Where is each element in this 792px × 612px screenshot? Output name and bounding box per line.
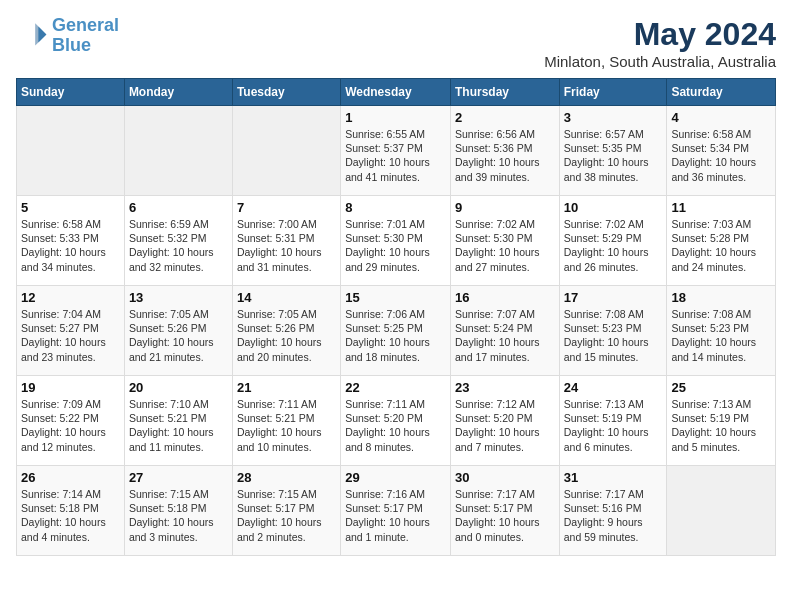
day-info: Sunrise: 7:05 AM Sunset: 5:26 PM Dayligh… — [129, 307, 228, 364]
day-info: Sunrise: 7:10 AM Sunset: 5:21 PM Dayligh… — [129, 397, 228, 454]
day-number: 21 — [237, 380, 336, 395]
calendar-cell: 27Sunrise: 7:15 AM Sunset: 5:18 PM Dayli… — [124, 466, 232, 556]
calendar-cell: 9Sunrise: 7:02 AM Sunset: 5:30 PM Daylig… — [450, 196, 559, 286]
calendar-cell — [667, 466, 776, 556]
title-block: May 2024 Minlaton, South Australia, Aust… — [544, 16, 776, 70]
svg-marker-1 — [35, 23, 46, 45]
day-number: 14 — [237, 290, 336, 305]
subtitle: Minlaton, South Australia, Australia — [544, 53, 776, 70]
day-number: 13 — [129, 290, 228, 305]
calendar-cell — [17, 106, 125, 196]
day-info: Sunrise: 6:58 AM Sunset: 5:34 PM Dayligh… — [671, 127, 771, 184]
day-number: 8 — [345, 200, 446, 215]
logo-text: General Blue — [52, 16, 119, 56]
calendar-cell: 20Sunrise: 7:10 AM Sunset: 5:21 PM Dayli… — [124, 376, 232, 466]
day-info: Sunrise: 7:15 AM Sunset: 5:17 PM Dayligh… — [237, 487, 336, 544]
day-number: 19 — [21, 380, 120, 395]
day-number: 23 — [455, 380, 555, 395]
day-info: Sunrise: 7:08 AM Sunset: 5:23 PM Dayligh… — [671, 307, 771, 364]
day-number: 4 — [671, 110, 771, 125]
calendar-cell: 4Sunrise: 6:58 AM Sunset: 5:34 PM Daylig… — [667, 106, 776, 196]
day-number: 11 — [671, 200, 771, 215]
main-title: May 2024 — [544, 16, 776, 53]
calendar-table: SundayMondayTuesdayWednesdayThursdayFrid… — [16, 78, 776, 556]
calendar-week-row: 19Sunrise: 7:09 AM Sunset: 5:22 PM Dayli… — [17, 376, 776, 466]
calendar-cell: 10Sunrise: 7:02 AM Sunset: 5:29 PM Dayli… — [559, 196, 667, 286]
calendar-cell: 18Sunrise: 7:08 AM Sunset: 5:23 PM Dayli… — [667, 286, 776, 376]
calendar-cell: 3Sunrise: 6:57 AM Sunset: 5:35 PM Daylig… — [559, 106, 667, 196]
page-header: General Blue May 2024 Minlaton, South Au… — [16, 16, 776, 70]
calendar-cell: 15Sunrise: 7:06 AM Sunset: 5:25 PM Dayli… — [341, 286, 451, 376]
day-info: Sunrise: 7:17 AM Sunset: 5:17 PM Dayligh… — [455, 487, 555, 544]
calendar-cell: 23Sunrise: 7:12 AM Sunset: 5:20 PM Dayli… — [450, 376, 559, 466]
day-number: 15 — [345, 290, 446, 305]
day-info: Sunrise: 6:59 AM Sunset: 5:32 PM Dayligh… — [129, 217, 228, 274]
calendar-week-row: 26Sunrise: 7:14 AM Sunset: 5:18 PM Dayli… — [17, 466, 776, 556]
calendar-cell: 1Sunrise: 6:55 AM Sunset: 5:37 PM Daylig… — [341, 106, 451, 196]
weekday-header: Saturday — [667, 79, 776, 106]
day-number: 2 — [455, 110, 555, 125]
calendar-cell: 14Sunrise: 7:05 AM Sunset: 5:26 PM Dayli… — [232, 286, 340, 376]
calendar-cell: 22Sunrise: 7:11 AM Sunset: 5:20 PM Dayli… — [341, 376, 451, 466]
day-number: 20 — [129, 380, 228, 395]
calendar-cell: 25Sunrise: 7:13 AM Sunset: 5:19 PM Dayli… — [667, 376, 776, 466]
day-info: Sunrise: 7:03 AM Sunset: 5:28 PM Dayligh… — [671, 217, 771, 274]
day-number: 25 — [671, 380, 771, 395]
calendar-week-row: 12Sunrise: 7:04 AM Sunset: 5:27 PM Dayli… — [17, 286, 776, 376]
day-info: Sunrise: 7:01 AM Sunset: 5:30 PM Dayligh… — [345, 217, 446, 274]
day-number: 9 — [455, 200, 555, 215]
calendar-cell: 30Sunrise: 7:17 AM Sunset: 5:17 PM Dayli… — [450, 466, 559, 556]
logo-blue: Blue — [52, 35, 91, 55]
day-info: Sunrise: 7:11 AM Sunset: 5:21 PM Dayligh… — [237, 397, 336, 454]
day-number: 26 — [21, 470, 120, 485]
calendar-cell — [124, 106, 232, 196]
day-number: 31 — [564, 470, 663, 485]
day-info: Sunrise: 7:15 AM Sunset: 5:18 PM Dayligh… — [129, 487, 228, 544]
day-info: Sunrise: 7:12 AM Sunset: 5:20 PM Dayligh… — [455, 397, 555, 454]
calendar-cell: 6Sunrise: 6:59 AM Sunset: 5:32 PM Daylig… — [124, 196, 232, 286]
day-number: 17 — [564, 290, 663, 305]
calendar-week-row: 5Sunrise: 6:58 AM Sunset: 5:33 PM Daylig… — [17, 196, 776, 286]
weekday-header-row: SundayMondayTuesdayWednesdayThursdayFrid… — [17, 79, 776, 106]
calendar-cell: 24Sunrise: 7:13 AM Sunset: 5:19 PM Dayli… — [559, 376, 667, 466]
weekday-header: Monday — [124, 79, 232, 106]
day-number: 12 — [21, 290, 120, 305]
day-info: Sunrise: 7:09 AM Sunset: 5:22 PM Dayligh… — [21, 397, 120, 454]
day-info: Sunrise: 7:14 AM Sunset: 5:18 PM Dayligh… — [21, 487, 120, 544]
calendar-cell: 7Sunrise: 7:00 AM Sunset: 5:31 PM Daylig… — [232, 196, 340, 286]
day-info: Sunrise: 7:00 AM Sunset: 5:31 PM Dayligh… — [237, 217, 336, 274]
logo: General Blue — [16, 16, 119, 56]
calendar-cell: 16Sunrise: 7:07 AM Sunset: 5:24 PM Dayli… — [450, 286, 559, 376]
calendar-week-row: 1Sunrise: 6:55 AM Sunset: 5:37 PM Daylig… — [17, 106, 776, 196]
weekday-header: Friday — [559, 79, 667, 106]
day-info: Sunrise: 7:13 AM Sunset: 5:19 PM Dayligh… — [564, 397, 663, 454]
day-info: Sunrise: 7:04 AM Sunset: 5:27 PM Dayligh… — [21, 307, 120, 364]
day-number: 10 — [564, 200, 663, 215]
day-number: 16 — [455, 290, 555, 305]
day-number: 30 — [455, 470, 555, 485]
day-info: Sunrise: 7:07 AM Sunset: 5:24 PM Dayligh… — [455, 307, 555, 364]
day-number: 6 — [129, 200, 228, 215]
calendar-cell: 31Sunrise: 7:17 AM Sunset: 5:16 PM Dayli… — [559, 466, 667, 556]
day-info: Sunrise: 6:58 AM Sunset: 5:33 PM Dayligh… — [21, 217, 120, 274]
calendar-cell: 17Sunrise: 7:08 AM Sunset: 5:23 PM Dayli… — [559, 286, 667, 376]
calendar-cell: 19Sunrise: 7:09 AM Sunset: 5:22 PM Dayli… — [17, 376, 125, 466]
day-info: Sunrise: 7:02 AM Sunset: 5:29 PM Dayligh… — [564, 217, 663, 274]
day-info: Sunrise: 6:55 AM Sunset: 5:37 PM Dayligh… — [345, 127, 446, 184]
day-number: 7 — [237, 200, 336, 215]
weekday-header: Thursday — [450, 79, 559, 106]
day-info: Sunrise: 6:56 AM Sunset: 5:36 PM Dayligh… — [455, 127, 555, 184]
calendar-cell: 13Sunrise: 7:05 AM Sunset: 5:26 PM Dayli… — [124, 286, 232, 376]
weekday-header: Wednesday — [341, 79, 451, 106]
day-info: Sunrise: 7:11 AM Sunset: 5:20 PM Dayligh… — [345, 397, 446, 454]
day-number: 18 — [671, 290, 771, 305]
day-info: Sunrise: 6:57 AM Sunset: 5:35 PM Dayligh… — [564, 127, 663, 184]
calendar-cell: 8Sunrise: 7:01 AM Sunset: 5:30 PM Daylig… — [341, 196, 451, 286]
calendar-cell: 28Sunrise: 7:15 AM Sunset: 5:17 PM Dayli… — [232, 466, 340, 556]
calendar-cell: 29Sunrise: 7:16 AM Sunset: 5:17 PM Dayli… — [341, 466, 451, 556]
weekday-header: Sunday — [17, 79, 125, 106]
day-info: Sunrise: 7:05 AM Sunset: 5:26 PM Dayligh… — [237, 307, 336, 364]
day-number: 1 — [345, 110, 446, 125]
day-number: 5 — [21, 200, 120, 215]
day-info: Sunrise: 7:08 AM Sunset: 5:23 PM Dayligh… — [564, 307, 663, 364]
